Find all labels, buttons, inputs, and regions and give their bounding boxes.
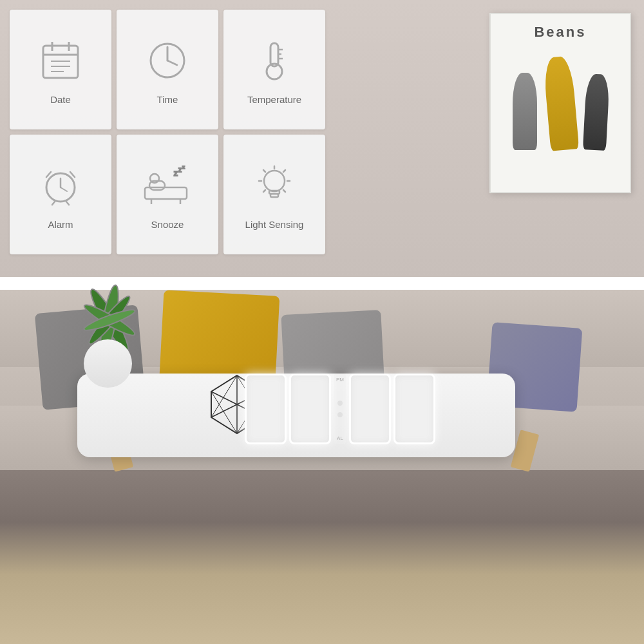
colon-dot-bottom [337,412,343,417]
svg-text:z: z [178,166,182,173]
clock-digit-m1 [349,374,391,444]
clock-colon-dots [337,401,343,417]
lightbulb-icon [252,163,297,208]
feature-card-alarm[interactable]: Alarm [10,135,111,254]
clock-digit-m2 [393,374,435,444]
clock-info-panel: PM AL [334,374,346,444]
alarm-icon-area [35,160,86,211]
clock-hours [245,374,331,444]
feature-card-light-sensing[interactable]: Light Sensing [223,135,325,254]
feature-label-light-sensing: Light Sensing [245,219,304,230]
clock-icon [145,38,190,83]
plant [84,339,132,388]
time-icon-area [142,35,193,86]
svg-text:z: z [174,169,178,178]
svg-line-52 [263,190,265,192]
calendar-icon [38,38,83,83]
feature-label-temperature: Temperature [247,94,301,105]
colon-dot-top [337,401,343,406]
feather-dark [583,73,610,151]
svg-line-34 [66,202,69,205]
artwork-title: Beans [534,24,586,41]
artwork-feathers [500,44,621,163]
features-grid: Date Time Temperature [10,10,325,254]
feather-gray [513,73,537,150]
clock-al-label: AL [337,435,343,441]
alarm-icon [38,163,83,208]
feature-card-snooze[interactable]: z z z Snooze [117,135,218,254]
feather-yellow [543,55,579,151]
svg-line-33 [52,202,55,205]
svg-line-51 [283,190,285,192]
feature-label-alarm: Alarm [48,219,73,230]
svg-line-31 [46,172,51,177]
temperature-icon-area [249,35,300,86]
digital-clock: PM AL [245,374,435,444]
feature-label-date: Date [50,94,71,105]
feature-card-time[interactable]: Time [117,10,218,129]
svg-line-30 [61,187,67,191]
svg-line-49 [283,170,285,172]
clock-digit-h1 [245,374,287,444]
snooze-icon: z z z [142,163,193,208]
clock-minutes [349,374,435,444]
feature-label-time: Time [157,94,178,105]
feature-card-temperature[interactable]: Temperature [223,10,325,129]
svg-point-43 [264,171,285,191]
thermometer-icon [252,38,297,83]
plant-pot [84,339,132,388]
svg-text:z: z [182,164,185,170]
svg-rect-45 [270,194,278,197]
floor-background [0,470,644,644]
svg-line-32 [70,172,75,177]
clock-digit-h2 [289,374,331,444]
date-icon-area [35,35,86,86]
light-sensing-icon-area [249,160,300,211]
feature-card-date[interactable]: Date [10,10,111,129]
clock-pm-label: PM [336,377,344,383]
wall-artwork: Beans [489,13,631,193]
feature-label-snooze: Snooze [151,219,184,230]
snooze-icon-area: z z z [142,160,193,211]
svg-line-22 [167,61,177,65]
svg-line-50 [263,170,265,172]
